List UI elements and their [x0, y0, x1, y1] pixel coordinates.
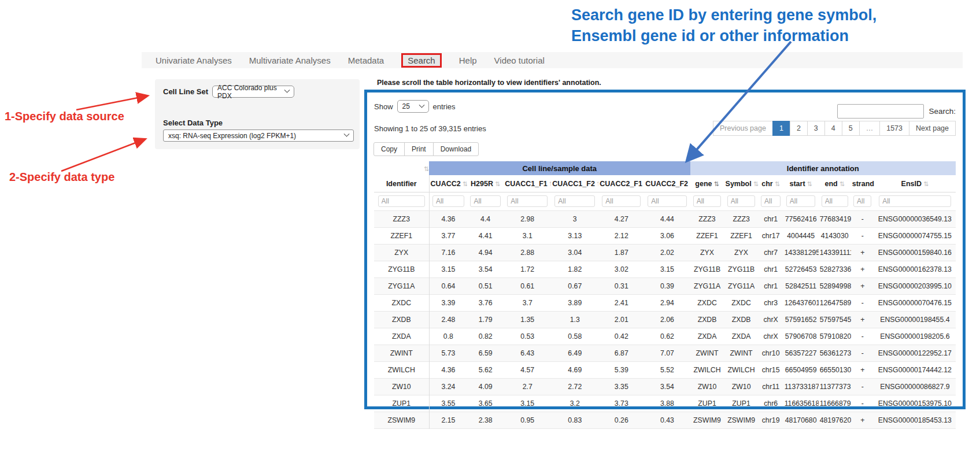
cell-cuacc2: 0.8 [429, 328, 467, 345]
filter-input-ensid[interactable] [879, 195, 951, 207]
column-header-start[interactable]: start⇅ [783, 175, 819, 193]
sort-icon: ⇅ [923, 180, 929, 187]
column-header-strand[interactable]: strand⇅ [851, 175, 874, 193]
cell-cuacc1-f2: 1.3 [551, 312, 598, 328]
column-header-cuacc2-f2[interactable]: CUACC2_F2⇅ [644, 175, 690, 193]
page-length-select[interactable]: 25 [397, 100, 429, 113]
cell-cuacc1-f2: 3.89 [551, 295, 598, 312]
cell-h295r: 4.94 [467, 245, 504, 261]
data-type-select[interactable]: xsq: RNA-seq Expression (log2 FPKM+1) [163, 129, 354, 142]
nav-item-search[interactable]: Search [401, 53, 442, 68]
data-type-value: xsq: RNA-seq Expression (log2 FPKM+1) [168, 132, 296, 140]
cell-cuacc2-f1: 2.12 [598, 228, 644, 245]
cell-line-set-select[interactable]: ACC Colorado plus PDX [212, 86, 294, 98]
filter-input-cuacc1-f2[interactable] [554, 195, 595, 207]
cell-start: 57906708 [783, 328, 819, 345]
column-header-cuacc1-f2[interactable]: CUACC1_F2⇅ [551, 175, 598, 193]
cell-identifier: ZXDA [374, 328, 429, 345]
cell-strand: - [851, 395, 874, 412]
filter-input-chr[interactable] [761, 195, 781, 207]
cell-h295r: 3.76 [467, 295, 504, 312]
filter-input-cuacc2-f2[interactable] [648, 195, 686, 207]
sort-icon: ⇅ [840, 180, 845, 187]
column-header-symbol[interactable]: Symbol⇅ [724, 175, 759, 193]
cell-chr: chr1 [759, 261, 783, 278]
page-button-4[interactable]: 4 [824, 121, 842, 136]
table-search-input[interactable] [837, 104, 924, 119]
filter-input-start[interactable] [786, 195, 816, 207]
column-header-h295r[interactable]: H295R⇅ [467, 175, 504, 193]
column-header-cuacc2[interactable]: CUACC2⇅ [429, 175, 467, 193]
filter-input-identifier[interactable] [378, 195, 425, 207]
group-header-sorter[interactable]: ⇅ [374, 161, 429, 175]
column-header-cuacc2-f1[interactable]: CUACC2_F1⇅ [598, 175, 644, 193]
page-button-1[interactable]: 1 [772, 121, 790, 136]
copy-button[interactable]: Copy [373, 142, 405, 156]
cell-start: 113733187 [783, 379, 819, 395]
group-header-cell-line-sample-data: Cell line/sample data [429, 161, 690, 175]
previous-page-button[interactable]: Previous page [713, 121, 773, 136]
filter-input-h295r[interactable] [470, 195, 500, 207]
sort-icon: ⇅ [714, 180, 719, 187]
cell-symbol: ZYG11A [724, 278, 759, 295]
cell-symbol: ZUP1 [724, 395, 759, 412]
cell-end: 52827336 [819, 261, 851, 278]
cell-cuacc1-f1: 3.7 [504, 295, 551, 312]
cell-cuacc1-f2: 6.49 [551, 345, 598, 362]
cell-gene: ZXDC [690, 295, 724, 312]
column-header-gene[interactable]: gene⇅ [690, 175, 724, 193]
filter-input-cuacc1-f1[interactable] [507, 195, 548, 207]
cell-cuacc2: 3.55 [429, 395, 467, 412]
cell-cuacc2-f1: 5.39 [598, 362, 644, 379]
cell-h295r: 3.65 [467, 395, 504, 412]
cell-start: 4004445 [783, 228, 819, 245]
column-header-cuacc1-f1[interactable]: CUACC1_F1⇅ [504, 175, 551, 193]
nav-item-univariate-analyses[interactable]: Univariate Analyses [156, 55, 232, 65]
page-button-2[interactable]: 2 [790, 121, 808, 136]
table-row: ZXDC3.393.763.73.892.412.94ZXDCZXDCchr31… [374, 295, 956, 312]
page-button-5[interactable]: 5 [842, 121, 860, 136]
cell-gene: ZXDB [690, 312, 724, 328]
cell-cuacc1-f2: 3.04 [551, 245, 598, 261]
filter-input-symbol[interactable] [727, 195, 756, 207]
filter-cell-cuacc2-f2 [644, 193, 690, 211]
filter-cell-cuacc1-f2 [551, 193, 598, 211]
data-type-label: Select Data Type [163, 119, 360, 127]
cell-strand: - [851, 228, 874, 245]
page-button-1573[interactable]: 1573 [879, 121, 909, 136]
next-page-button[interactable]: Next page [909, 121, 956, 136]
nav-item-help[interactable]: Help [459, 55, 477, 65]
cell-cuacc2-f2: 2.94 [644, 295, 690, 312]
nav-item-metadata[interactable]: Metadata [348, 55, 384, 65]
cell-symbol: ZXDA [724, 328, 759, 345]
filter-input-strand[interactable] [853, 195, 871, 207]
table-row: ZYG11B3.153.541.721.823.023.15ZYG11BZYG1… [374, 261, 956, 278]
filter-input-end[interactable] [822, 195, 848, 207]
cell-cuacc1-f1: 1.72 [504, 261, 551, 278]
column-header-identifier[interactable]: Identifier [374, 175, 429, 193]
sort-icon: ⇅ [597, 180, 598, 187]
filter-input-cuacc2-f1[interactable] [602, 195, 641, 207]
nav-item-video-tutorial[interactable]: Video tutorial [494, 55, 545, 65]
cell-ensid: ENSG00000203995.10 [874, 278, 956, 295]
print-button[interactable]: Print [404, 142, 434, 156]
column-header-end[interactable]: end⇅ [819, 175, 851, 193]
cell-identifier: ZWILCH [374, 362, 429, 379]
page-button-3[interactable]: 3 [807, 121, 825, 136]
filter-cell-identifier [374, 193, 429, 211]
cell-cuacc1-f1: 4.57 [504, 362, 551, 379]
cell-gene: ZZZ3 [690, 211, 724, 228]
filter-input-gene[interactable] [693, 195, 722, 207]
cell-strand: - [851, 328, 874, 345]
column-header-chr[interactable]: chr⇅ [759, 175, 783, 193]
cell-chr: chr6 [759, 395, 783, 412]
nav-item-multivariate-analyses[interactable]: Multivariate Analyses [249, 55, 331, 65]
cell-cuacc2-f2: 0.39 [644, 278, 690, 295]
cell-end: 126475891 [819, 295, 851, 312]
cell-chr: chrX [759, 312, 783, 328]
column-header-ensid[interactable]: EnsID⇅ [874, 175, 956, 193]
showing-entries-text: Showing 1 to 25 of 39,315 entries [374, 124, 486, 133]
cell-chr: chr10 [759, 345, 783, 362]
filter-input-cuacc2[interactable] [432, 195, 464, 207]
download-button[interactable]: Download [433, 142, 479, 156]
